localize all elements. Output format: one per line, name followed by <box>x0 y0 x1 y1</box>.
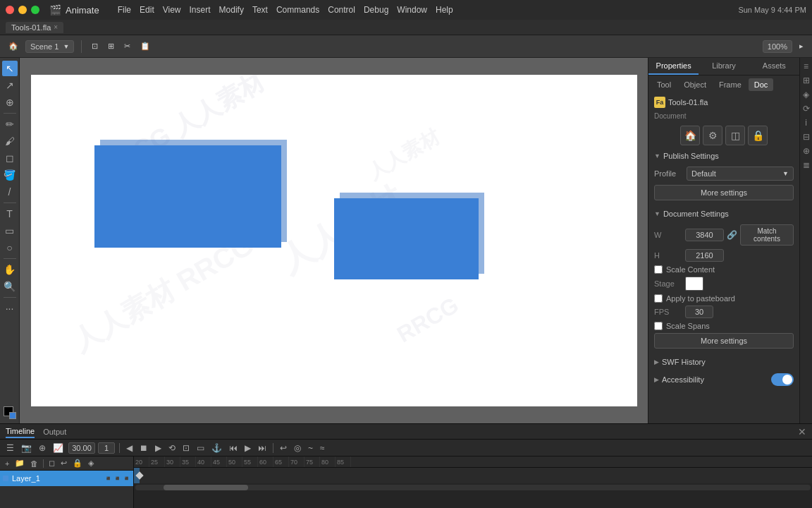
clip-button[interactable]: ✂ <box>121 40 133 52</box>
fit-stage-button[interactable]: ⊡ <box>89 40 101 52</box>
eraser-tool[interactable]: ◻ <box>2 150 18 166</box>
timeline-tab-timeline[interactable]: Timeline <box>6 425 35 438</box>
menu-debug[interactable]: Debug <box>364 5 388 15</box>
menu-view[interactable]: View <box>163 5 181 15</box>
fill-tool[interactable]: 🪣 <box>2 167 18 183</box>
tl-frame-btn[interactable]: ▭ <box>195 442 207 454</box>
doc-action-lock[interactable]: 🔒 <box>748 126 768 145</box>
line-tool[interactable]: / <box>2 184 18 200</box>
right-icon-6[interactable]: ⊟ <box>801 131 812 143</box>
timeline-scrollbar[interactable] <box>135 485 811 490</box>
layer-undo-btn[interactable]: ↩ <box>59 458 69 468</box>
tab-library[interactable]: Library <box>699 58 749 75</box>
tl-onion-skin-btn[interactable]: ◎ <box>292 442 303 454</box>
menu-window[interactable]: Window <box>397 5 427 15</box>
tab-close-button[interactable]: × <box>54 23 58 31</box>
maximize-button[interactable] <box>31 6 39 14</box>
add-layer-btn[interactable]: + <box>3 459 11 468</box>
width-input[interactable] <box>685 229 724 241</box>
layer-lock-btn[interactable]: 🔒 <box>70 458 85 468</box>
tl-graph-btn[interactable]: 📈 <box>51 442 66 454</box>
tl-anchor-btn[interactable]: ⚓ <box>209 442 224 454</box>
right-icon-8[interactable]: ≣ <box>801 159 812 171</box>
blue-rect-front-right[interactable] <box>334 198 479 279</box>
menu-control[interactable]: Control <box>328 5 355 15</box>
tab-properties[interactable]: Properties <box>648 58 699 75</box>
accessibility-toggle[interactable] <box>771 373 794 386</box>
right-icon-5[interactable]: i <box>801 117 812 128</box>
doc-action-settings[interactable]: ⚙ <box>703 126 722 145</box>
minimize-button[interactable] <box>18 6 27 14</box>
tl-camera-btn[interactable]: 📷 <box>19 442 34 454</box>
doc-more-settings-button[interactable]: More settings <box>654 333 794 349</box>
timeline-close-btn[interactable]: ✕ <box>798 426 806 437</box>
tl-play-btn[interactable]: ▶ <box>242 442 253 454</box>
paste-button[interactable]: 📋 <box>137 40 153 52</box>
menu-help[interactable]: Help <box>436 5 453 15</box>
match-contents-button[interactable]: Match contents <box>740 224 794 246</box>
menu-insert[interactable]: Insert <box>190 5 211 15</box>
doc-tab-doc[interactable]: Doc <box>749 78 774 91</box>
menu-file[interactable]: File <box>118 5 131 15</box>
folder-btn[interactable]: 📁 <box>13 458 27 468</box>
zoom-tool[interactable]: 🔍 <box>2 279 18 294</box>
apply-pasteboard-checkbox[interactable] <box>654 294 663 303</box>
scene-selector[interactable]: Scene 1 ▼ <box>25 40 74 53</box>
text-tool[interactable]: T <box>2 206 18 222</box>
zoom-btn[interactable]: ▸ <box>796 40 806 52</box>
layer-guide-btn[interactable]: ◻ <box>47 458 57 468</box>
lf-btn-2[interactable]: ◾ <box>113 475 121 482</box>
brush-tool[interactable]: 🖌 <box>2 133 18 149</box>
scale-spans-checkbox[interactable] <box>654 322 663 330</box>
right-icon-7[interactable]: ⊕ <box>801 145 812 157</box>
view-options-button[interactable]: ⊞ <box>105 40 117 52</box>
hand-tool[interactable]: ✋ <box>2 262 18 277</box>
subselect-tool[interactable]: ↗ <box>2 78 18 93</box>
doc-tab-frame[interactable]: Frame <box>713 78 747 91</box>
canvas-area[interactable]: RRCG 人人素材 人人素材 RRCG 人人素材 人人素材 RRCG <box>20 58 648 423</box>
fps-value-display[interactable]: 30.00 <box>68 442 95 454</box>
home-button[interactable]: 🏠 <box>6 40 21 52</box>
swf-history-header[interactable]: ▶ SWF History <box>648 354 799 370</box>
profile-select[interactable]: Default ▼ <box>687 167 794 181</box>
right-icon-1[interactable]: ≡ <box>801 61 812 72</box>
rect-tool[interactable]: ▭ <box>2 223 18 238</box>
doc-tab-tool[interactable]: Tool <box>651 78 677 91</box>
menu-text[interactable]: Text <box>252 5 268 15</box>
height-input[interactable] <box>685 249 724 262</box>
timeline-tab-output[interactable]: Output <box>43 426 66 437</box>
more-tools[interactable]: ··· <box>2 301 18 316</box>
tl-back-btn[interactable]: ◀ <box>124 442 135 454</box>
blue-rect-front-left[interactable] <box>94 145 281 248</box>
delete-layer-btn[interactable]: 🗑 <box>28 459 40 468</box>
select-tool[interactable]: ↖ <box>2 61 18 76</box>
tl-stop-btn[interactable]: ⏹ <box>137 442 150 454</box>
scrollbar-thumb[interactable] <box>164 485 248 490</box>
tl-add-btn[interactable]: ⊕ <box>37 442 48 454</box>
tl-onion-btn[interactable]: ⊡ <box>180 442 192 454</box>
link-dimensions-icon[interactable]: 🔗 <box>727 230 737 240</box>
lf-btn-3[interactable]: ◾ <box>123 475 130 482</box>
tl-motion-btn[interactable]: ≈ <box>318 442 327 454</box>
publish-settings-header[interactable]: ▼ Publish Settings <box>648 148 799 164</box>
right-icon-4[interactable]: ⟳ <box>801 103 812 114</box>
document-settings-header[interactable]: ▼ Document Settings <box>648 206 799 222</box>
right-icon-2[interactable]: ⊞ <box>801 75 812 86</box>
pencil-tool[interactable]: ✏ <box>2 116 18 132</box>
accessibility-header[interactable]: ▶ Accessibility <box>648 370 799 389</box>
layer-row[interactable]: Layer_1 ◾ ◾ ◾ <box>0 471 133 486</box>
fps-input[interactable] <box>685 306 713 318</box>
lf-btn-1[interactable]: ◾ <box>104 475 112 482</box>
frame-track[interactable] <box>134 468 812 483</box>
free-transform-tool[interactable]: ⊕ <box>2 95 18 110</box>
tl-loop-btn[interactable]: ⟲ <box>166 442 178 454</box>
publish-more-settings-button[interactable]: More settings <box>654 185 794 200</box>
file-tab[interactable]: Tools-01.fla × <box>6 22 63 33</box>
tl-forward-btn[interactable]: ▶ <box>153 442 164 454</box>
color-tools[interactable] <box>2 405 18 421</box>
scale-content-checkbox[interactable] <box>654 265 663 274</box>
layer-mask-btn[interactable]: ◈ <box>86 458 96 468</box>
doc-tab-object[interactable]: Object <box>678 78 712 91</box>
oval-tool[interactable]: ○ <box>2 240 18 255</box>
tab-assets[interactable]: Assets <box>749 58 799 75</box>
